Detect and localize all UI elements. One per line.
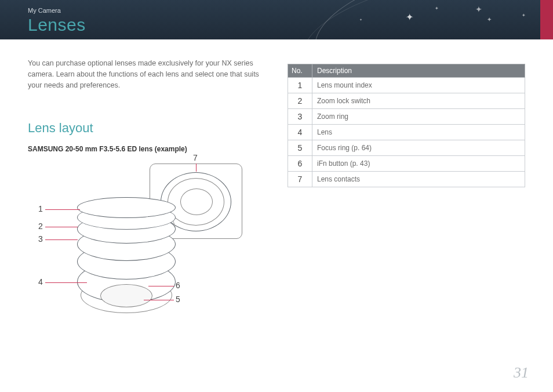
table-row: 2 Zoom lock switch — [288, 93, 525, 109]
callout-line — [45, 282, 87, 283]
table-row: 3 Zoom ring — [288, 109, 525, 125]
table-cell-no: 3 — [288, 109, 312, 125]
table-cell-desc: Zoom ring — [312, 109, 525, 125]
table-header-description: Description — [312, 64, 525, 78]
callout-number-6: 6 — [176, 281, 180, 290]
sparkle-icon: ✦ — [475, 5, 482, 14]
table-row: 5 Focus ring (p. 64) — [288, 140, 525, 156]
intro-paragraph: You can purchase optional lenses made ex… — [28, 58, 260, 90]
callout-line — [45, 209, 80, 210]
section-title: Lens layout — [28, 121, 93, 136]
lens-side-view — [77, 197, 176, 313]
callout-number-1: 1 — [38, 204, 43, 213]
callout-number-7: 7 — [193, 153, 198, 162]
header-accent-bar — [540, 0, 553, 39]
lens-diagram: 7 1 2 3 4 6 5 — [28, 157, 271, 342]
sparkle-icon: ✦ — [487, 16, 492, 23]
table-cell-desc: iFn button (p. 43) — [312, 156, 525, 172]
callout-number-4: 4 — [38, 277, 43, 286]
table-cell-desc: Lens contacts — [312, 172, 525, 187]
callout-line — [144, 300, 174, 300]
table-header-no: No. — [288, 64, 312, 78]
table-cell-desc: Focus ring (p. 64) — [312, 140, 525, 156]
sparkle-icon: ✦ — [359, 17, 362, 21]
table-row: 7 Lens contacts — [288, 172, 525, 187]
callout-line — [196, 164, 197, 172]
lens-glass — [100, 284, 152, 307]
table-cell-desc: Lens mount index — [312, 78, 525, 93]
table-cell-desc: Lens — [312, 125, 525, 140]
table-cell-no: 5 — [288, 140, 312, 156]
table-cell-no: 1 — [288, 78, 312, 93]
callout-line — [148, 286, 174, 286]
callout-line — [45, 239, 78, 240]
table-cell-no: 2 — [288, 93, 312, 109]
page-title: Lenses — [28, 15, 86, 35]
lens-rear-core — [180, 188, 213, 215]
decorative-arc — [295, 0, 553, 39]
table-cell-no: 7 — [288, 172, 312, 187]
breadcrumb: My Camera — [28, 7, 61, 14]
table-row: 1 Lens mount index — [288, 78, 525, 93]
table-cell-no: 4 — [288, 125, 312, 140]
table-cell-no: 6 — [288, 156, 312, 172]
callout-number-3: 3 — [38, 234, 43, 244]
sparkle-icon: ✦ — [435, 6, 439, 11]
table-cell-desc: Zoom lock switch — [312, 93, 525, 109]
table-row: 6 iFn button (p. 43) — [288, 156, 525, 172]
sparkle-icon: ✦ — [406, 12, 413, 23]
page-number: 31 — [514, 364, 529, 382]
lens-ring — [77, 197, 176, 218]
table-row: 4 Lens — [288, 125, 525, 140]
parts-table: No. Description 1 Lens mount index 2 Zoo… — [288, 64, 525, 187]
sparkle-icon: ✦ — [522, 13, 526, 18]
callout-number-5: 5 — [176, 295, 180, 304]
example-label: SAMSUNG 20-50 mm F3.5-5.6 ED lens (examp… — [28, 145, 187, 153]
callout-number-2: 2 — [38, 222, 43, 231]
callout-line — [45, 227, 78, 227]
